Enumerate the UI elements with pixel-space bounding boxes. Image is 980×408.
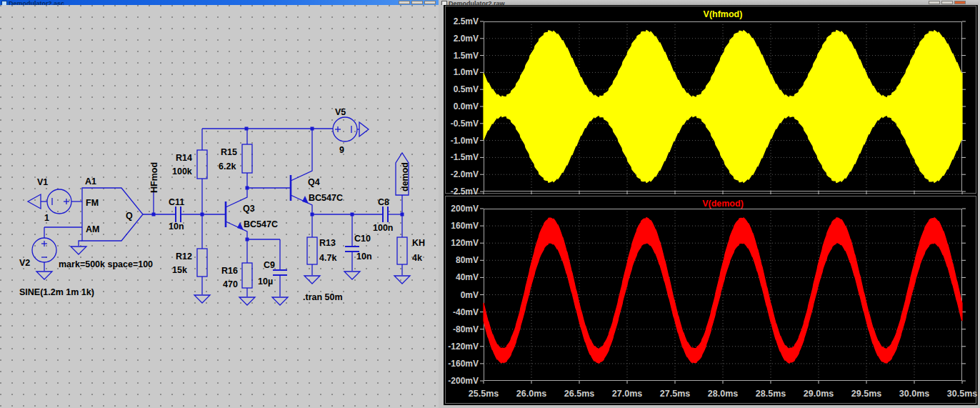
label-r16-value[interactable]: 470 bbox=[223, 279, 238, 289]
label-v2-ref[interactable]: V2 bbox=[19, 258, 30, 268]
label-a1-pin-fm: FM bbox=[86, 198, 99, 208]
net-label-demod[interactable]: demod bbox=[400, 162, 410, 191]
y-tick-label: 2.5mV bbox=[454, 16, 479, 26]
schematic-window: Demodulator2.asc V1 1 A1 FM AM Q mark=50… bbox=[0, 0, 439, 408]
x-tick-label: 26.0ms bbox=[516, 389, 546, 399]
label-q3-ref[interactable]: Q3 bbox=[243, 204, 255, 214]
pane-title: V(demod) bbox=[702, 199, 744, 209]
y-tick-label: -40mV bbox=[453, 307, 479, 317]
x-tick-label: 27.0ms bbox=[612, 389, 642, 399]
label-r13-ref[interactable]: R13 bbox=[319, 238, 336, 248]
waveform-titlebar[interactable]: Demodulator2.raw bbox=[440, 0, 979, 5]
schematic-canvas[interactable]: V1 1 A1 FM AM Q mark=500k space=100 V2 S… bbox=[0, 5, 439, 408]
label-v2-value[interactable]: SINE(1.2m 1m 1k) bbox=[19, 287, 94, 297]
waveform-window: Demodulator2.raw 2.5mV2.0mV1.5mV1.0mV0.5… bbox=[439, 0, 980, 408]
x-tick-label: 29.5ms bbox=[851, 389, 881, 399]
y-tick-label: 0.0mV bbox=[454, 101, 479, 111]
y-tick-label: -160mV bbox=[448, 359, 479, 369]
y-tick-label: 0mV bbox=[461, 290, 479, 300]
x-tick-label: 28.0ms bbox=[708, 389, 738, 399]
label-a1-ref[interactable]: A1 bbox=[85, 176, 96, 186]
trace-vdemod bbox=[484, 218, 962, 364]
label-c8-ref[interactable]: C8 bbox=[378, 197, 389, 207]
label-v1-ref[interactable]: V1 bbox=[37, 177, 48, 187]
schematic-titlebar[interactable]: Demodulator2.asc bbox=[0, 0, 439, 5]
ltspice-desktop: Demodulator2.asc V1 1 A1 FM AM Q mark=50… bbox=[0, 0, 980, 408]
label-r15-ref[interactable]: R15 bbox=[221, 147, 237, 157]
y-tick-label: -200mV bbox=[448, 376, 479, 386]
label-a1-param[interactable]: mark=500k space=100 bbox=[59, 259, 153, 269]
x-tick-label: 26.5ms bbox=[564, 389, 594, 399]
schematic-symbols[interactable] bbox=[28, 117, 410, 305]
close-button[interactable] bbox=[954, 1, 966, 4]
label-r16-ref[interactable]: R16 bbox=[221, 266, 238, 276]
label-c9-ref[interactable]: C9 bbox=[264, 260, 275, 270]
label-c10-value[interactable]: 10n bbox=[356, 252, 372, 262]
label-r13-value[interactable]: 4.7k bbox=[319, 253, 336, 263]
schematic-drawing: V1 1 A1 FM AM Q mark=500k space=100 V2 S… bbox=[0, 5, 439, 408]
x-tick-label: 25.5ms bbox=[469, 389, 499, 399]
pane-title: V(hfmod) bbox=[704, 9, 743, 19]
label-c9-value[interactable]: 10µ bbox=[258, 277, 273, 287]
label-v1-value[interactable]: 1 bbox=[44, 213, 49, 223]
y-tick-label: 1.0mV bbox=[454, 67, 479, 77]
y-tick-label: -0.5mV bbox=[451, 119, 479, 129]
waveform-client-area: 2.5mV2.0mV1.5mV1.0mV0.5mV0.0mV-0.5mV-1.0… bbox=[444, 5, 978, 405]
x-tick-label: 27.5ms bbox=[660, 389, 690, 399]
label-r12-ref[interactable]: R12 bbox=[176, 252, 192, 262]
label-v5-ref[interactable]: V5 bbox=[335, 107, 346, 117]
y-tick-label: 200mV bbox=[451, 204, 479, 214]
plot-pane-vdemod[interactable]: 200mV160mV120mV80mV40mV0mV-40mV-80mV-120… bbox=[444, 195, 978, 405]
y-tick-label: -1.5mV bbox=[451, 152, 479, 162]
minimize-button[interactable] bbox=[399, 1, 410, 4]
x-tick-label: 29.0ms bbox=[804, 389, 834, 399]
label-tran-directive[interactable]: .tran 50m bbox=[303, 292, 343, 302]
label-a1-pin-am: AM bbox=[86, 224, 99, 234]
label-q3-value[interactable]: BC547C bbox=[244, 219, 278, 229]
label-c11-value[interactable]: 10n bbox=[169, 222, 184, 232]
label-q4-value[interactable]: BC547C bbox=[309, 193, 343, 203]
label-r14-value[interactable]: 100k bbox=[172, 166, 192, 176]
label-kh-ref[interactable]: KH bbox=[412, 238, 425, 248]
y-tick-label: 80mV bbox=[456, 255, 479, 265]
y-tick-label: -1.0mV bbox=[451, 136, 479, 146]
close-button[interactable] bbox=[424, 1, 436, 4]
y-tick-label: 0.5mV bbox=[454, 84, 479, 94]
label-c10-ref[interactable]: C10 bbox=[354, 234, 371, 244]
label-r15-value[interactable]: 6.2k bbox=[219, 161, 236, 171]
y-tick-label: 120mV bbox=[451, 238, 479, 248]
x-tick-label: 28.5ms bbox=[756, 389, 786, 399]
y-tick-label: -2.0mV bbox=[451, 169, 479, 179]
y-tick-label: -2.5mV bbox=[451, 186, 479, 195]
y-tick-label: 2.0mV bbox=[454, 34, 479, 44]
label-q4-ref[interactable]: Q4 bbox=[308, 177, 320, 187]
label-r12-value[interactable]: 15k bbox=[172, 265, 187, 275]
net-label-hfmod[interactable]: HFmod bbox=[149, 162, 159, 193]
minimize-button[interactable] bbox=[929, 1, 940, 4]
label-kh-value[interactable]: 4k bbox=[412, 253, 422, 263]
label-v5-value[interactable]: 9 bbox=[339, 145, 344, 155]
y-tick-label: 160mV bbox=[451, 221, 479, 231]
y-tick-label: -120mV bbox=[448, 342, 479, 352]
label-c11-ref[interactable]: C11 bbox=[169, 197, 184, 207]
label-r14-ref[interactable]: R14 bbox=[176, 153, 192, 163]
label-c8-value[interactable]: 100n bbox=[373, 223, 394, 233]
y-tick-label: 1.5mV bbox=[454, 51, 479, 61]
y-tick-label: 40mV bbox=[456, 272, 479, 282]
x-tick-label: 30.5ms bbox=[947, 389, 977, 399]
maximize-button[interactable] bbox=[411, 1, 423, 4]
y-tick-label: -80mV bbox=[453, 324, 479, 334]
plot-pane-vhfmod[interactable]: 2.5mV2.0mV1.5mV1.0mV0.5mV0.0mV-0.5mV-1.0… bbox=[444, 5, 978, 195]
label-a1-pin-q: Q bbox=[126, 211, 133, 221]
maximize-button[interactable] bbox=[941, 1, 953, 4]
x-tick-label: 30.0ms bbox=[899, 389, 929, 399]
